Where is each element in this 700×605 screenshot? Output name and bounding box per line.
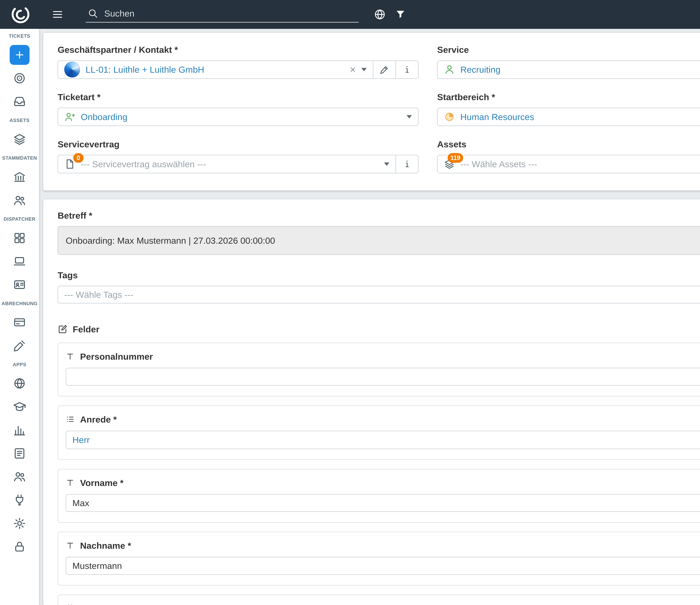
chevron-down-icon xyxy=(361,68,367,71)
edit-partner-button[interactable] xyxy=(373,60,396,79)
assets-field: Assets 119 --- Wähle Assets --- xyxy=(437,139,700,173)
personalnummer-input[interactable] xyxy=(66,368,700,386)
betreff-value: Onboarding: Max Mustermann | 27.03.2026 … xyxy=(57,226,700,255)
field-personalnummer: Personalnummer xyxy=(57,343,700,396)
ticket-form-card: Betreff * Onboarding: Max Mustermann | 2… xyxy=(43,199,700,605)
filter-button[interactable] xyxy=(390,4,411,25)
nachname-input[interactable] xyxy=(66,557,700,575)
menu-button[interactable] xyxy=(47,4,68,25)
servicevertrag-select[interactable]: 0 --- Servicevertrag auswählen --- xyxy=(57,155,396,173)
field-label: Anrede * xyxy=(80,414,117,425)
service-select[interactable]: Recruiting xyxy=(437,60,700,79)
sidebar-item-teams[interactable] xyxy=(0,465,39,488)
assets-placeholder: --- Wähle Assets --- xyxy=(460,159,700,169)
ticket-header-card: Geschäftspartner / Kontakt * LL-01: Luit… xyxy=(43,33,700,191)
sidebar-item-contacts[interactable] xyxy=(0,189,39,212)
field-label: Vorname * xyxy=(80,478,124,488)
sidebar-section-stammdaten: STAMMDATEN xyxy=(0,151,39,165)
people-icon xyxy=(13,470,26,483)
layers-icon xyxy=(13,133,26,146)
sidebar-section-dispatcher: DISPATCHER xyxy=(0,212,39,226)
sidebar-item-contracts[interactable] xyxy=(0,334,39,357)
field-label: Personalnummer xyxy=(80,352,153,362)
logo-icon xyxy=(10,4,31,25)
sidebar-item-workplaces[interactable] xyxy=(0,250,39,273)
assets-badge: 119 xyxy=(448,153,463,163)
startbereich-select[interactable]: Human Resources xyxy=(437,107,700,126)
globe-icon xyxy=(13,377,26,390)
pencil-icon xyxy=(379,65,390,75)
search-input[interactable] xyxy=(104,8,356,19)
startbereich-label: Startbereich * xyxy=(437,92,700,102)
sidebar-item-security[interactable] xyxy=(0,535,39,558)
clear-icon[interactable] xyxy=(350,65,356,75)
field-label: Nachname * xyxy=(80,540,131,551)
sidebar-item-notes[interactable] xyxy=(0,442,39,465)
tags-input[interactable] xyxy=(57,286,700,304)
sidebar-item-integrations[interactable] xyxy=(0,488,39,512)
person-icon xyxy=(444,64,455,75)
main-content: Geschäftspartner / Kontakt * LL-01: Luit… xyxy=(39,29,700,605)
sidebar-section-tickets: TICKETS xyxy=(0,29,39,43)
sidebar-item-web[interactable] xyxy=(0,372,39,395)
text-field-icon xyxy=(66,478,75,487)
servicevertrag-badge: 0 xyxy=(73,153,83,163)
graduation-icon xyxy=(13,400,26,413)
ticketart-field: Ticketart * Onboarding xyxy=(57,92,419,126)
chevron-down-icon xyxy=(406,115,412,119)
grid-icon xyxy=(13,232,26,244)
partner-info-button[interactable] xyxy=(396,60,419,79)
partner-field: Geschäftspartner / Kontakt * LL-01: Luit… xyxy=(57,45,419,79)
sidebar-item-tickets-overview[interactable] xyxy=(0,67,39,90)
bank-icon xyxy=(13,170,26,184)
sidebar-section-assets: ASSETS xyxy=(0,113,39,127)
info-icon xyxy=(402,159,412,169)
note-icon xyxy=(13,447,26,460)
gear-icon xyxy=(13,517,26,530)
partner-value: LL-01: Luithle + Luithle GmbH xyxy=(85,65,344,75)
sidebar-item-create-ticket[interactable] xyxy=(0,43,39,67)
id-card-icon xyxy=(13,278,26,291)
vorname-input[interactable] xyxy=(66,494,700,512)
pie-icon xyxy=(444,111,455,122)
partner-select[interactable]: LL-01: Luithle + Luithle GmbH xyxy=(57,60,373,79)
people-icon xyxy=(13,194,26,207)
sidebar: TICKETS ASSETS STAMMDATEN DISPATCHER ABR… xyxy=(0,29,39,605)
contract-icon xyxy=(64,159,75,169)
hamburger-icon xyxy=(51,8,64,21)
sidebar-item-reports[interactable] xyxy=(0,418,39,442)
fields-section-header: Felder xyxy=(57,324,700,334)
field-anrede: Anrede * Herr xyxy=(57,406,700,460)
credit-card-icon xyxy=(13,316,26,329)
sidebar-item-ticket-inbox[interactable] xyxy=(0,90,39,113)
sidebar-item-companies[interactable] xyxy=(0,165,39,189)
anrede-value: Herr xyxy=(72,435,700,445)
sidebar-item-employee-cards[interactable] xyxy=(0,273,39,296)
edit-document-icon xyxy=(57,324,68,334)
assets-select[interactable]: 119 --- Wähle Assets --- xyxy=(437,155,700,173)
sidebar-item-dispatcher-board[interactable] xyxy=(0,226,39,250)
chevron-down-icon xyxy=(384,163,389,166)
language-globe-button[interactable] xyxy=(370,4,390,25)
servicevertrag-placeholder: --- Servicevertrag auswählen --- xyxy=(81,159,378,169)
laptop-icon xyxy=(13,255,26,268)
plus-icon xyxy=(10,45,29,65)
list-icon xyxy=(66,415,75,424)
ticketart-value: Onboarding xyxy=(81,112,401,122)
sidebar-item-assets[interactable] xyxy=(0,127,39,151)
pen-icon xyxy=(13,339,26,352)
plug-icon xyxy=(13,493,26,507)
sidebar-item-settings[interactable] xyxy=(0,512,39,535)
sidebar-item-academy[interactable] xyxy=(0,395,39,418)
sidebar-item-billing[interactable] xyxy=(0,311,39,334)
sidebar-section-abrechnung: ABRECHNUNG xyxy=(0,296,39,311)
service-field: Service Recruiting xyxy=(437,45,700,79)
info-icon xyxy=(402,65,412,74)
lock-icon xyxy=(13,540,26,553)
ticketart-select[interactable]: Onboarding xyxy=(57,107,419,126)
field-vorname: Vorname * xyxy=(57,469,700,523)
servicevertrag-info-button[interactable] xyxy=(396,155,419,173)
anrede-select[interactable]: Herr xyxy=(66,431,700,449)
app-logo[interactable] xyxy=(10,3,32,25)
person-plus-icon xyxy=(64,111,75,122)
